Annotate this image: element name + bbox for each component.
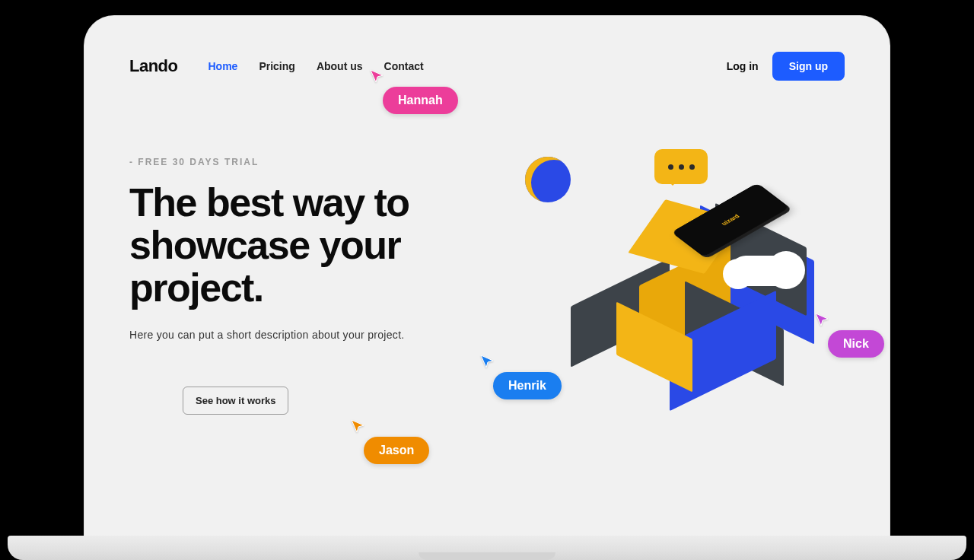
laptop-notch <box>419 552 555 560</box>
app-screen: Lando Home Pricing About us Contact Log … <box>84 15 890 548</box>
chat-dots <box>654 149 708 184</box>
cloud-shape <box>730 256 799 286</box>
login-link[interactable]: Log in <box>727 60 759 72</box>
nav-about[interactable]: About us <box>317 60 363 72</box>
phone-brand-label: uizard <box>720 213 741 226</box>
signup-button[interactable]: Sign up <box>772 52 845 81</box>
nav-pricing[interactable]: Pricing <box>259 60 294 72</box>
primary-nav: Home Pricing About us Contact <box>208 60 424 72</box>
hero-illustration: uizard <box>525 157 845 415</box>
chat-bubble-icon <box>654 149 708 184</box>
brand-logo[interactable]: Lando <box>129 56 178 76</box>
laptop-frame: Lando Home Pricing About us Contact Log … <box>84 15 890 548</box>
see-how-it-works-button[interactable]: See how it works <box>183 387 288 415</box>
nav-home[interactable]: Home <box>208 60 238 72</box>
cursor-label: Hannah <box>383 87 458 114</box>
hero-section: - FREE 30 DAYS TRIAL The best way to sho… <box>129 157 845 415</box>
isometric-scene: uizard <box>525 157 845 415</box>
header-left: Lando Home Pricing About us Contact <box>129 56 424 76</box>
header-right: Log in Sign up <box>727 52 845 81</box>
hero-subtext: Here you can put a short description abo… <box>129 329 495 341</box>
collab-cursor-jason: Jason <box>350 418 429 464</box>
nav-contact[interactable]: Contact <box>384 60 424 72</box>
hero-copy: - FREE 30 DAYS TRIAL The best way to sho… <box>129 157 495 415</box>
header: Lando Home Pricing About us Contact Log … <box>129 38 845 81</box>
hero-eyebrow: - FREE 30 DAYS TRIAL <box>129 157 495 167</box>
cursor-label: Jason <box>364 437 429 464</box>
ring-shape <box>525 157 571 202</box>
hero-headline: The best way to showcase your project. <box>129 181 495 309</box>
cursor-icon <box>350 418 365 434</box>
